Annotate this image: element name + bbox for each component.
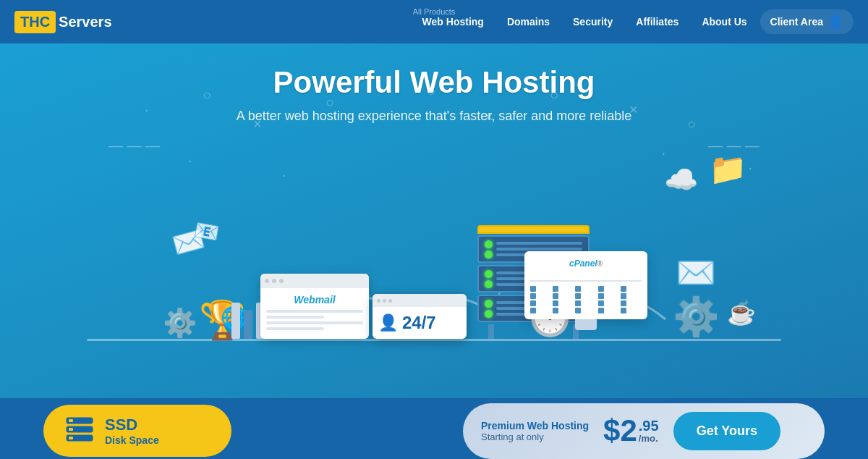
deco-dot-1: ·: [145, 101, 149, 118]
webmail-browser: Webmail: [260, 274, 369, 339]
pricing-pill: Premium Web Hosting Starting at only $2 …: [463, 403, 825, 459]
ssd-title: SSD: [105, 416, 159, 434]
user-icon: 👤: [827, 14, 843, 30]
svg-rect-2: [75, 420, 87, 421]
logo-thc: THC: [20, 14, 50, 30]
cpanel-logo: cPanel®: [530, 257, 642, 282]
svg-rect-4: [69, 428, 73, 431]
price-mo: /mo.: [639, 433, 659, 444]
support-247-label: 24/7: [402, 313, 436, 333]
get-yours-button[interactable]: Get Yours: [673, 412, 780, 450]
pricing-sub: Starting at only: [481, 431, 589, 442]
all-products-link[interactable]: All Products: [413, 7, 456, 16]
hero-subtext: A better web hosting experience that's f…: [14, 109, 854, 124]
price-cents-mo: .95 /mo.: [639, 416, 659, 444]
svg-rect-8: [75, 437, 87, 439]
svg-rect-1: [69, 419, 73, 422]
cloud-icon: ☁️: [664, 164, 698, 195]
ssd-badge[interactable]: SSD Disk Space: [43, 405, 231, 457]
pricing-label: Premium Web Hosting: [481, 420, 589, 431]
nav-domains[interactable]: Domains: [497, 10, 560, 33]
support-person-icon: 👤: [378, 313, 398, 332]
folder-icon: 📁: [709, 151, 746, 187]
nav-client-area[interactable]: Client Area 👤: [760, 9, 854, 34]
price-dollar: $2: [603, 416, 637, 446]
svg-rect-7: [69, 437, 73, 439]
deco-dot-2: ○: [203, 87, 211, 104]
logo-servers: Servers: [59, 14, 111, 30]
mug-icon: ☕: [727, 299, 756, 327]
deco-dot-3: ×: [253, 116, 262, 132]
svg-rect-5: [75, 429, 87, 430]
logo: THC Servers: [14, 11, 112, 33]
deco-dot-4: ○: [326, 94, 334, 111]
price-display: $2 .95 /mo.: [603, 416, 659, 446]
nav-about-us[interactable]: About Us: [692, 10, 757, 33]
header: THC Servers All Products Web Hosting Dom…: [0, 0, 868, 43]
nav-affiliates[interactable]: Affiliates: [626, 10, 689, 33]
pricing-text: Premium Web Hosting Starting at only: [481, 420, 589, 442]
main-nav: Web Hosting Domains Security Affiliates …: [412, 9, 854, 34]
ground-line: [87, 339, 781, 341]
bottom-bar: SSD Disk Space Premium Web Hosting Start…: [0, 398, 868, 459]
gear-left-icon: ⚙️: [163, 307, 197, 339]
mail-icon-2: 📧: [192, 217, 221, 245]
gear-right-icon: ⚙️: [673, 295, 720, 339]
deco-dot-5: ○: [427, 83, 435, 100]
deco-dot-6: ×: [485, 109, 493, 125]
ssd-text: SSD Disk Space: [105, 416, 159, 446]
support-laptop: 👤 24/7: [373, 294, 467, 339]
ssd-icon: [65, 413, 94, 448]
nav-security[interactable]: Security: [563, 10, 623, 33]
deco-dot-7: ○: [550, 87, 558, 104]
hero-illustration: 🏆 🌐 ⚙️ ✉️ 📧 Webmail: [87, 138, 781, 370]
deco-dot-8: ×: [629, 101, 638, 118]
webmail-title: Webmail: [266, 294, 363, 306]
cpanel-monitor: cPanel®: [524, 251, 647, 330]
deco-dot-9: ○: [687, 116, 696, 132]
hero-section: · ○ × ○ ○ × ○ × ○ — — — — — — · · · · Po…: [0, 43, 868, 398]
price-cents: .95: [639, 418, 659, 433]
ssd-subtitle: Disk Space: [105, 434, 159, 446]
envelope-icon: ✉️: [676, 253, 716, 292]
